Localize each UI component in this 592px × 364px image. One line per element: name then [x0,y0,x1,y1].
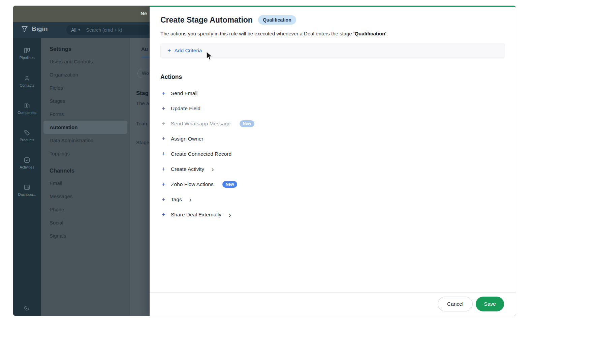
background-chip-fragment[interactable]: Wo [137,69,150,78]
modal-description: The actions you specify in this rule wil… [160,31,388,36]
dashboards-icon [24,184,30,191]
background-text-fragment-1: The a [136,100,149,106]
rail-item-contacts[interactable]: Contacts [13,75,41,87]
pipelines-icon [24,47,30,54]
background-heading-fragment: Stag [136,90,149,97]
plus-icon: + [161,165,166,173]
save-button[interactable]: Save [476,297,504,311]
action-create-activity[interactable]: + Create Activity › [161,164,254,174]
channels-section-title: Channels [41,165,130,177]
action-share-deal-externally[interactable]: + Share Deal Externally › [161,210,254,219]
global-search[interactable]: All ▾ [66,25,151,35]
bigin-logo[interactable]: Bigin [21,25,48,33]
chevron-down-icon: ▾ [79,28,80,32]
activities-icon [24,157,30,163]
background-tab-fragment[interactable]: Au [141,46,148,52]
chevron-right-icon: › [229,211,231,218]
plus-icon: + [161,196,166,203]
chevron-right-icon: › [212,166,214,173]
companies-icon [24,102,30,109]
stage-badge: Qualification [258,15,296,25]
modal-title: Create Stage Automation [160,16,253,25]
sidebar-item-phone[interactable]: Phone [41,203,130,216]
sidebar-item-forms[interactable]: Forms [41,108,130,121]
sidebar-item-automation[interactable]: Automation [43,121,127,134]
sidebar-item-messages[interactable]: Messages [41,190,130,203]
background-page-strip: Au Wo Stag The a Team Stage [130,38,150,316]
plus-icon: + [161,211,166,218]
rail-item-activities[interactable]: Activities [13,157,41,169]
rail-item-dashboards[interactable]: Dashboa... [13,184,41,196]
contacts-icon [24,75,30,82]
left-nav-rail: Pipelines Contacts Companies Products Ac… [13,38,41,316]
settings-sidebar: Settings Users and Controls Organization… [41,38,130,316]
sidebar-item-signals[interactable]: Signals [41,229,130,242]
brand-label: Bigin [32,25,48,33]
products-icon [24,129,30,136]
cancel-button[interactable]: Cancel [438,297,473,311]
sidebar-item-stages[interactable]: Stages [41,94,130,108]
action-send-whatsapp-message: + Send Whatsapp Message New [161,119,254,128]
action-assign-owner[interactable]: + Assign Owner [161,134,254,144]
screenshot-canvas: Ne Bigin All ▾ Pipelines [0,0,592,364]
action-tags[interactable]: + Tags › [161,195,254,204]
modal-footer: Cancel Save [150,292,516,316]
action-create-connected-record[interactable]: + Create Connected Record [161,149,254,159]
mouse-cursor [206,51,214,61]
background-text-fragment-2: Team [136,121,149,126]
search-scope-dropdown[interactable]: All ▾ [71,27,80,33]
action-update-field[interactable]: + Update Field [161,104,254,113]
search-scope-value: All [71,27,76,33]
sidebar-item-social[interactable]: Social [41,216,130,229]
actions-list: + Send Email + Update Field + Send Whats… [161,89,254,225]
plus-icon: + [161,90,166,97]
plus-icon: + [161,135,166,143]
app-window: Ne Bigin All ▾ Pipelines [13,5,516,316]
background-topbar-text: Ne [141,10,147,16]
moon-icon [24,305,30,311]
plus-icon: + [161,120,166,127]
sidebar-item-toppings[interactable]: Toppings [41,147,130,160]
new-badge: New [240,120,255,127]
action-zoho-flow-actions[interactable]: + Zoho Flow Actions New [161,180,254,189]
bigin-logo-icon [21,25,29,33]
sidebar-item-email[interactable]: Email [41,177,130,190]
rail-item-companies[interactable]: Companies [13,102,41,115]
rail-item-pipelines[interactable]: Pipelines [13,47,41,60]
tab-underline [141,57,150,58]
add-criteria-label: Add Criteria [175,48,202,54]
search-input[interactable] [86,27,137,33]
settings-section-title: Settings [41,43,130,55]
dark-mode-toggle[interactable] [13,305,41,311]
action-send-email[interactable]: + Send Email [161,89,254,98]
create-stage-automation-modal: Create Stage Automation Qualification Th… [150,6,516,316]
chevron-right-icon: › [189,196,192,203]
background-text-fragment-3: Stage [136,140,149,145]
rail-item-products[interactable]: Products [13,129,41,142]
modal-title-row: Create Stage Automation Qualification [160,15,296,25]
plus-icon: + [161,105,166,112]
sidebar-item-data-administration[interactable]: Data Administration [41,134,130,147]
sidebar-item-fields[interactable]: Fields [41,81,130,94]
new-badge: New [222,181,238,188]
actions-heading: Actions [160,73,182,81]
plus-icon: + [161,150,166,158]
sidebar-item-users-and-controls[interactable]: Users and Controls [41,55,130,68]
sidebar-item-organization[interactable]: Organization [41,68,130,81]
plus-icon: + [167,47,171,54]
plus-icon: + [161,181,166,188]
